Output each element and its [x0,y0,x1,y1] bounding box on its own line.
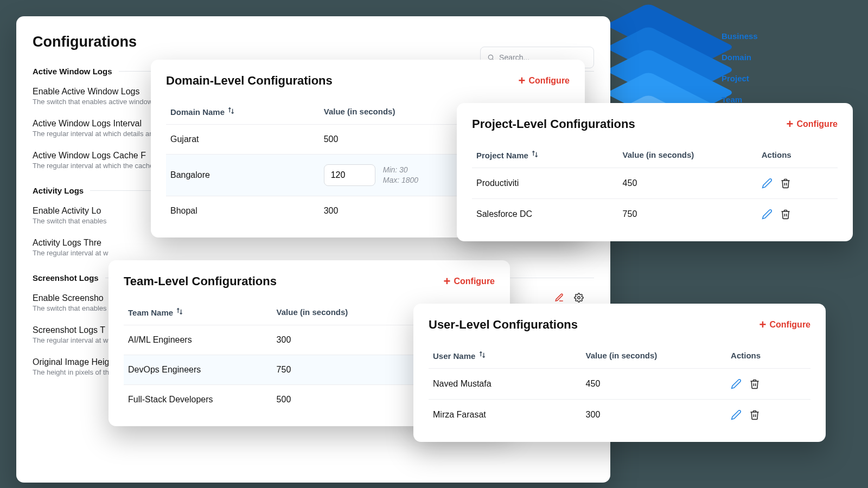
delete-button[interactable] [749,378,760,389]
svg-point-3 [578,297,580,299]
domain-name-cell: Bhopal [166,196,320,226]
plus-icon: + [444,275,451,287]
layer-label-project: Project [722,74,758,83]
setting-desc: The regular interval at w [33,249,594,257]
table-row: Mirza Farasat 300 [429,400,810,431]
user-name-cell: Mirza Farasat [429,400,582,431]
pencil-icon [762,178,773,189]
layer-label-domain: Domain [722,53,758,62]
trash-icon [780,178,791,189]
sort-icon [175,307,184,316]
layer-label-business: Business [722,31,758,41]
user-name-cell: Naved Mustafa [429,369,582,400]
team-name-cell: AI/ML Engineers [124,325,272,355]
project-table: Project Name Value (in seconds) Actions … [472,142,838,229]
user-configurations-card: User-Level Configurations + Configure Us… [413,304,826,442]
team-name-cell: DevOps Engineers [124,355,272,385]
table-row: Salesforce DC 750 [472,199,838,230]
col-team-name[interactable]: Team Name [124,299,272,325]
value-cell: 450 [618,168,757,199]
section-heading: Activity Logs [33,186,84,195]
plus-icon: + [519,75,526,87]
configure-button[interactable]: + Configure [760,319,810,331]
col-actions: Actions [726,343,810,369]
configure-label: Configure [796,119,838,129]
delete-button[interactable] [780,178,791,189]
card-title: Team-Level Configurations [124,274,277,288]
minmax-hint: Min: 30 Max: 1800 [383,165,418,185]
value-cell: 750 [618,199,757,230]
col-actions: Actions [757,142,838,168]
pencil-icon [731,409,742,420]
project-configurations-card: Project-Level Configurations + Configure… [457,103,853,241]
table-row: Naved Mustafa 450 [429,369,810,400]
col-project-name[interactable]: Project Name [472,142,618,168]
project-name-cell: Productiviti [472,168,618,199]
value-cell: 300 [582,400,727,431]
section-heading: Active Window Logs [33,67,112,76]
configure-button[interactable]: + Configure [444,275,495,287]
col-domain-name[interactable]: Domain Name [166,99,320,125]
value-input[interactable] [324,164,375,186]
pencil-icon[interactable] [554,293,564,303]
card-title: Domain-Level Configurations [166,74,333,88]
value-cell: 450 [582,369,727,400]
trash-icon [749,378,760,389]
project-name-cell: Salesforce DC [472,199,618,230]
svg-point-0 [488,55,493,59]
domain-name-cell: Bangalore [166,155,320,196]
configure-label: Configure [528,76,570,86]
trash-icon [780,209,791,220]
edit-button[interactable] [762,178,773,189]
edit-button[interactable] [762,209,773,220]
user-table: User Name Value (in seconds) Actions Nav… [429,343,810,430]
configure-button[interactable]: + Configure [519,75,570,87]
pencil-icon [731,378,742,389]
row-actions-peek [554,293,584,303]
trash-icon [749,409,760,420]
plus-icon: + [760,319,767,331]
sort-icon [478,350,487,359]
configure-label: Configure [454,277,495,286]
domain-name-cell: Gujarat [166,125,320,155]
col-value: Value (in seconds) [618,142,757,168]
edit-button[interactable] [731,378,742,389]
team-name-cell: Full-Stack Developers [124,385,272,415]
sort-icon [227,106,235,115]
col-value: Value (in seconds) [582,343,727,369]
configure-label: Configure [769,320,810,330]
edit-button[interactable] [731,409,742,420]
pencil-icon [762,209,773,220]
plus-icon: + [787,118,794,130]
delete-button[interactable] [749,409,760,420]
card-title: Project-Level Configurations [472,117,635,131]
configure-button[interactable]: + Configure [787,118,838,130]
sort-icon [531,150,539,158]
table-row: Productiviti 450 [472,168,838,199]
col-user-name[interactable]: User Name [429,343,582,369]
card-title: User-Level Configurations [429,318,578,332]
gear-icon[interactable] [574,293,584,303]
delete-button[interactable] [780,209,791,220]
section-heading: Screenshot Logs [33,273,99,282]
